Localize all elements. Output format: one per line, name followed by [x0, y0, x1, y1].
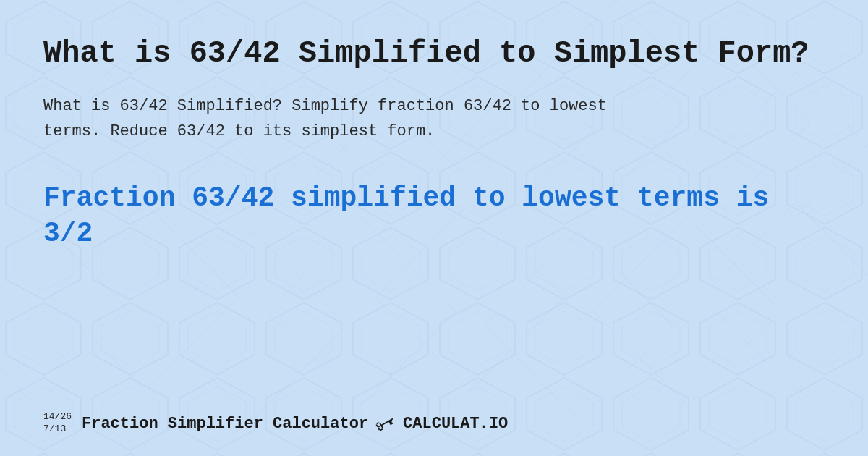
- main-title: What is 63/42 Simplified to Simplest For…: [43, 35, 825, 73]
- footer-fractions: 14/26 7/13: [43, 411, 72, 436]
- footer-fraction1: 14/26: [43, 411, 72, 423]
- footer: 14/26 7/13 Fraction Simplifier Calculato…: [43, 411, 508, 436]
- footer-brand-text: Fraction Simplifier Calculator: [82, 415, 368, 433]
- footer-site: CALCULAT.IO: [403, 415, 508, 433]
- result-section: Fraction 63/42 simplified to lowest term…: [43, 180, 825, 252]
- result-title-line2: 3/2: [43, 218, 93, 249]
- result-title: Fraction 63/42 simplified to lowest term…: [43, 180, 825, 252]
- description-text: What is 63/42 Simplified? Simplify fract…: [43, 93, 825, 144]
- key-icon: 🗝: [370, 408, 400, 439]
- description-line1: What is 63/42 Simplified? Simplify fract…: [43, 97, 607, 115]
- footer-fraction2: 7/13: [43, 423, 72, 436]
- footer-logo: Fraction Simplifier Calculator 🗝 CALCULA…: [82, 411, 508, 436]
- description-line2: terms. Reduce 63/42 to its simplest form…: [43, 122, 435, 140]
- result-title-line1: Fraction 63/42 simplified to lowest term…: [43, 182, 769, 214]
